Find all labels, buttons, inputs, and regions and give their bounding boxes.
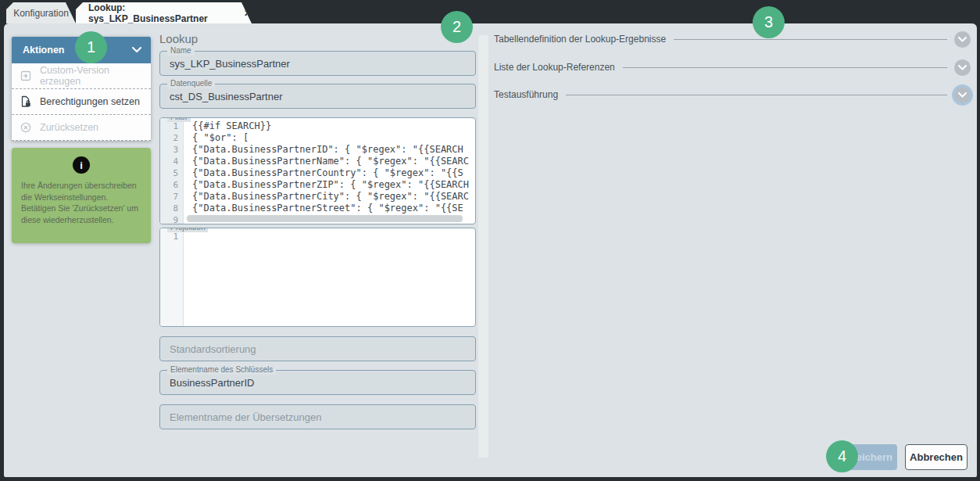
chevron-down-icon — [132, 47, 141, 53]
name-field[interactable]: Name sys_LKP_BusinessPartner — [159, 51, 476, 76]
tab-label: Lookup: sys_LKP_BusinessPartner — [88, 2, 238, 24]
menu-item-zuruecksetzen[interactable]: Zurücksetzen — [12, 115, 151, 141]
filter-editor-label: Filter — [167, 117, 191, 122]
tab-lookup-businesspartner[interactable]: Lookup: sys_LKP_BusinessPartner ✕ — [76, 2, 252, 23]
divider — [566, 95, 947, 95]
annotation-marker-3: 3 — [753, 6, 785, 38]
divider — [674, 39, 947, 40]
expand-chevron-down-icon[interactable] — [954, 31, 971, 48]
section-label: Tabellendefinition der Lookup-Ergebnisse — [494, 34, 666, 45]
name-field-value: sys_LKP_BusinessPartner — [170, 52, 470, 75]
annotation-marker-4: 4 — [826, 440, 858, 472]
menu-item-custom-version[interactable]: Custom-Version erzeugen — [12, 63, 151, 89]
line-number-gutter: 1 2 3 4 5 6 7 8 9 — [160, 118, 184, 224]
tab-label: Konfiguration — [13, 8, 69, 19]
menu-item-label: Custom-Version erzeugen — [40, 65, 143, 87]
file-lock-icon — [20, 95, 32, 108]
menu-item-berechtigungen[interactable]: Berechtigungen setzen — [12, 89, 151, 115]
schluessel-field-value: BusinessPartnerID — [170, 371, 470, 394]
datenquelle-field[interactable]: Datenquelle cst_DS_BusinessPartner — [159, 84, 476, 109]
schluessel-element-field[interactable]: Elementname des Schlüssels BusinessPartn… — [159, 370, 476, 395]
line-number-gutter: 1 — [160, 228, 184, 326]
app-window: Konfiguration Lookup: sys_LKP_BusinessPa… — [0, 0, 980, 481]
tab-konfiguration[interactable]: Konfiguration — [6, 2, 76, 23]
changes-notice: i Ihre Änderungen überschreiben die Werk… — [12, 148, 151, 243]
filter-code-editor[interactable]: Filter 1 2 3 4 5 6 7 8 9 {{#if SEARCH}} … — [159, 117, 476, 224]
standardsortierung-input[interactable] — [160, 337, 475, 361]
uebersetzungen-input[interactable] — [160, 405, 475, 429]
section-label: Liste der Lookup-Referenzen — [494, 62, 615, 73]
section-testausfuehrung: Testausführung — [494, 86, 971, 103]
tab-bar: Konfiguration Lookup: sys_LKP_BusinessPa… — [0, 0, 980, 23]
expand-chevron-down-icon[interactable] — [954, 59, 971, 76]
projektion-code-editor[interactable]: Projektion 1 — [159, 228, 476, 327]
form-heading: Lookup — [159, 32, 198, 45]
section-tabellendefinition: Tabellendefinition der Lookup-Ergebnisse — [494, 31, 971, 48]
vertical-scrollbar[interactable] — [478, 35, 488, 458]
tab-close-icon[interactable]: ✕ — [244, 8, 252, 19]
menu-item-label: Zurücksetzen — [40, 122, 98, 133]
uebersetzungen-field[interactable] — [159, 404, 476, 429]
horizontal-scrollbar[interactable] — [187, 215, 463, 222]
annotation-marker-2: 2 — [441, 11, 473, 43]
projektion-editor-label: Projektion — [167, 228, 208, 232]
annotation-marker-1: 1 — [75, 31, 107, 63]
standardsortierung-field[interactable] — [159, 336, 476, 361]
section-lookup-referenzen: Liste der Lookup-Referenzen — [494, 59, 971, 76]
datenquelle-field-value: cst_DS_BusinessPartner — [170, 84, 470, 108]
info-icon: i — [73, 156, 90, 174]
menu-item-label: Berechtigungen setzen — [40, 96, 140, 107]
notice-text: Ihre Änderungen überschreiben die Werkse… — [12, 180, 151, 226]
section-label: Testausführung — [494, 89, 558, 100]
divider — [623, 67, 947, 68]
reset-circle-icon — [20, 121, 32, 134]
expand-chevron-down-icon[interactable] — [954, 87, 971, 103]
projektion-code-content[interactable] — [184, 228, 475, 326]
main-content: Aktionen Custom-Version erzeugen Berecht… — [4, 23, 977, 477]
abbrechen-button[interactable]: Abbrechen — [905, 444, 967, 470]
copy-arrow-icon — [20, 70, 32, 82]
filter-code-content[interactable]: {{#if SEARCH}} { "$or": [ {"Data.Busines… — [184, 118, 475, 224]
